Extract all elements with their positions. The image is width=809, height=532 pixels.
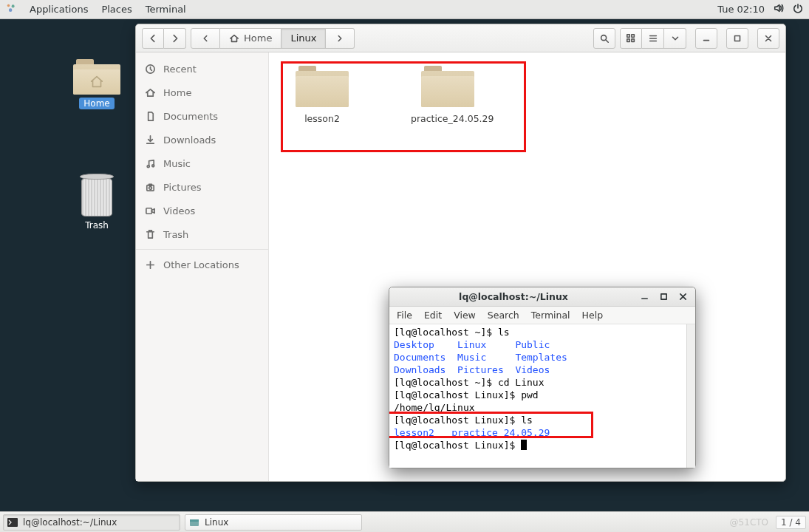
terminal-title: lq@localhost:~/Linux — [394, 291, 633, 302]
sidebar: Recent Home Documents Downloads Music Pi… — [136, 52, 269, 481]
svg-point-1 — [12, 4, 15, 7]
terminal-minimize-button[interactable] — [636, 290, 652, 304]
nav-history — [142, 28, 186, 49]
terminal-menubar: File Edit View Search Terminal Help — [389, 307, 695, 324]
menu-terminal[interactable]: Terminal — [146, 4, 186, 15]
file-name: lesson2 — [285, 113, 359, 124]
list-icon — [648, 33, 658, 44]
sidebar-item-label: Videos — [163, 205, 195, 216]
terminal-line: lesson2 practice_24.05.29 — [394, 426, 695, 439]
terminal-line: Downloads Pictures Videos — [394, 364, 695, 376]
volume-icon[interactable] — [774, 3, 784, 16]
menu-applications[interactable]: Applications — [30, 4, 88, 15]
term-menu-file[interactable]: File — [397, 310, 412, 321]
download-icon — [145, 134, 156, 146]
term-menu-help[interactable]: Help — [582, 310, 604, 321]
terminal-icon — [7, 516, 18, 528]
forward-button[interactable] — [164, 28, 186, 49]
path-linux-label: Linux — [290, 33, 316, 44]
sidebar-item-downloads[interactable]: Downloads — [136, 128, 268, 151]
terminal-line: [lq@localhost ~]$ ls — [394, 326, 695, 338]
term-menu-view[interactable]: View — [454, 310, 476, 321]
term-menu-search[interactable]: Search — [488, 310, 519, 321]
menu-places[interactable]: Places — [101, 4, 132, 15]
file-name: practice_24.05.29 — [411, 113, 485, 124]
sidebar-item-label: Trash — [163, 229, 188, 240]
clock[interactable]: Tue 02:10 — [717, 4, 765, 15]
sidebar-item-label: Other Locations — [163, 259, 239, 270]
sidebar-item-pictures[interactable]: Pictures — [136, 175, 268, 199]
sidebar-item-label: Pictures — [163, 182, 201, 193]
search-icon — [599, 33, 610, 44]
workspace-pager[interactable]: 1 / 4 — [776, 516, 806, 529]
power-icon[interactable] — [793, 3, 803, 16]
view-switch — [620, 28, 686, 49]
sidebar-item-label: Recent — [163, 64, 197, 75]
desktop-home-folder[interactable]: Home — [63, 59, 131, 109]
svg-point-10 — [147, 165, 149, 167]
icon-view-button[interactable] — [620, 28, 642, 49]
terminal-close-button[interactable] — [675, 290, 691, 304]
close-button[interactable] — [757, 28, 779, 49]
activities-icon — [6, 3, 16, 16]
svg-point-2 — [9, 8, 13, 12]
trash-icon — [77, 174, 117, 216]
path-home[interactable]: Home — [220, 28, 281, 49]
plus-icon — [145, 259, 156, 270]
svg-rect-17 — [7, 518, 18, 527]
list-view-button[interactable] — [642, 28, 664, 49]
desktop-trash[interactable]: Trash — [63, 174, 131, 231]
path-bar: Home Linux — [191, 28, 355, 49]
folder-icon — [73, 59, 120, 95]
path-linux[interactable]: Linux — [281, 28, 326, 49]
sidebar-item-documents[interactable]: Documents — [136, 104, 268, 128]
taskbar-item-label: Linux — [205, 517, 228, 528]
path-next[interactable] — [326, 28, 355, 49]
clock-icon — [145, 64, 156, 75]
terminal-body[interactable]: [lq@localhost ~]$ lsDesktop Linux Public… — [389, 324, 695, 468]
terminal-line: [lq@localhost Linux]$ — [394, 439, 695, 451]
sidebar-item-music[interactable]: Music — [136, 151, 268, 175]
file-manager-toolbar: Home Linux — [136, 24, 785, 52]
sidebar-item-home[interactable]: Home — [136, 81, 268, 104]
watermark: @51CTO — [730, 517, 768, 528]
icon-grid: lesson2 practice_24.05.29 — [285, 66, 769, 124]
folder-practice[interactable]: practice_24.05.29 — [411, 66, 485, 124]
taskbar: lq@localhost:~/Linux Linux @51CTO 1 / 4 — [0, 511, 809, 532]
taskbar-item-files[interactable]: Linux — [185, 514, 362, 531]
svg-rect-5 — [632, 34, 635, 37]
term-menu-terminal[interactable]: Terminal — [531, 310, 570, 321]
svg-rect-15 — [146, 208, 152, 214]
svg-rect-7 — [632, 38, 635, 41]
folder-lesson2[interactable]: lesson2 — [285, 66, 359, 124]
sidebar-item-videos[interactable]: Videos — [136, 199, 268, 222]
svg-rect-19 — [190, 519, 199, 522]
top-panel: Applications Places Terminal Tue 02:10 — [0, 0, 809, 19]
terminal-titlebar[interactable]: lq@localhost:~/Linux — [389, 287, 695, 307]
close-icon — [679, 293, 687, 301]
path-prev[interactable] — [191, 28, 220, 49]
sidebar-item-other-locations[interactable]: Other Locations — [136, 253, 268, 276]
sidebar-item-recent[interactable]: Recent — [136, 57, 268, 81]
home-icon — [145, 87, 156, 98]
folder-icon — [296, 66, 349, 107]
close-icon — [763, 33, 774, 44]
back-button[interactable] — [142, 28, 164, 49]
pictures-icon — [145, 182, 156, 193]
chevron-down-icon — [670, 33, 680, 44]
term-menu-edit[interactable]: Edit — [424, 310, 442, 321]
svg-point-0 — [7, 4, 10, 7]
taskbar-item-terminal[interactable]: lq@localhost:~/Linux — [3, 514, 180, 531]
view-options-button[interactable] — [664, 28, 686, 49]
terminal-maximize-button[interactable] — [655, 290, 672, 304]
videos-icon — [145, 205, 156, 216]
folder-icon — [421, 66, 474, 107]
document-icon — [145, 111, 156, 122]
sidebar-item-trash[interactable]: Trash — [136, 222, 268, 246]
sidebar-item-label: Downloads — [163, 134, 216, 146]
search-button[interactable] — [593, 28, 615, 49]
maximize-button[interactable] — [726, 28, 748, 49]
minimize-button[interactable] — [695, 28, 717, 49]
terminal-scrollbar[interactable] — [686, 324, 695, 468]
home-icon — [229, 33, 239, 44]
